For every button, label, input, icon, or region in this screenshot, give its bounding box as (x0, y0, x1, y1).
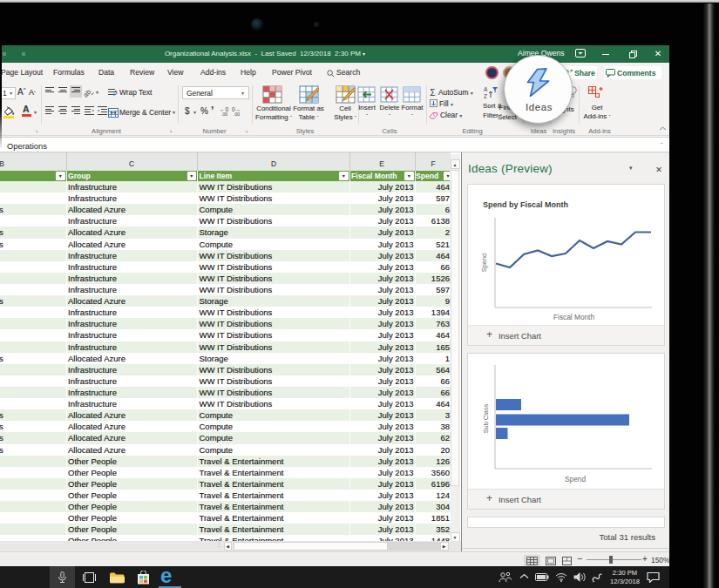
svg-text:A: A (484, 86, 488, 92)
svg-text:Z: Z (484, 93, 487, 99)
svg-text:.00: .00 (234, 112, 240, 117)
svg-text:ab: ab (84, 88, 93, 98)
svg-text:.00: .00 (221, 112, 227, 117)
